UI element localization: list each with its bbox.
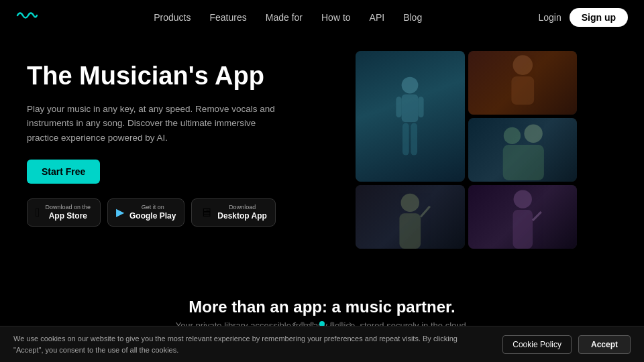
main-section: The Musician's App Play your music in an… (0, 35, 644, 288)
logo[interactable] (16, 8, 38, 27)
photo-3 (468, 118, 578, 182)
photo-2 (468, 51, 578, 115)
svg-point-0 (402, 77, 419, 94)
login-button[interactable]: Login (538, 12, 561, 23)
app-store-line1: Download on the (46, 204, 91, 211)
hero-description: Play your music in any key, at any speed… (27, 102, 282, 145)
photo-4 (356, 185, 465, 249)
svg-rect-4 (402, 123, 409, 155)
hero-photo-grid (356, 51, 577, 252)
svg-rect-10 (502, 145, 543, 180)
store-buttons:  Download on the App Store ▶ Get it on … (27, 198, 335, 226)
google-play-line2: Google Play (129, 211, 176, 221)
start-free-button[interactable]: Start Free (27, 160, 100, 184)
svg-line-13 (421, 206, 430, 217)
svg-rect-2 (396, 97, 402, 117)
nav-item-made-for[interactable]: Made for (266, 11, 303, 23)
app-store-button[interactable]:  Download on the App Store (27, 198, 101, 226)
nav-item-api[interactable]: API (370, 11, 385, 23)
signup-button[interactable]: Sign up (570, 8, 628, 27)
desktop-icon: 🖥 (200, 206, 212, 219)
hero-title: The Musician's App (27, 62, 335, 91)
google-play-line1: Get it on (129, 204, 176, 211)
desktop-line1: Download (217, 204, 267, 211)
photo-1 (356, 51, 465, 182)
desktop-line2: Desktop App (217, 211, 267, 221)
svg-rect-5 (411, 123, 418, 155)
svg-rect-12 (399, 213, 421, 249)
cookie-banner: We use cookies on our website to give yo… (0, 326, 644, 362)
logo-icon (16, 8, 38, 23)
svg-point-6 (513, 55, 533, 75)
app-store-line2: App Store (46, 211, 91, 221)
apple-icon:  (36, 206, 40, 219)
nav-auth: Login Sign up (538, 8, 628, 27)
cookie-text: We use cookies on our website to give yo… (13, 333, 489, 355)
cookie-buttons: Cookie Policy Accept (502, 335, 631, 354)
svg-rect-3 (419, 97, 424, 117)
svg-point-11 (401, 194, 419, 212)
svg-rect-15 (513, 210, 533, 249)
svg-rect-1 (402, 95, 419, 122)
navbar: Products Features Made for How to API Bl… (0, 0, 644, 35)
nav-item-how-to[interactable]: How to (321, 11, 351, 23)
hero-left: The Musician's App Play your music in an… (27, 48, 335, 288)
accept-cookies-button[interactable]: Accept (578, 335, 631, 354)
svg-point-14 (513, 190, 531, 208)
desktop-app-button[interactable]: 🖥 Download Desktop App (191, 198, 276, 226)
svg-line-16 (533, 212, 541, 221)
svg-point-9 (524, 125, 542, 143)
nav-item-products[interactable]: Products (154, 11, 191, 23)
google-play-icon: ▶ (116, 207, 124, 218)
svg-rect-7 (511, 76, 534, 105)
svg-point-8 (503, 127, 520, 144)
nav-item-features[interactable]: Features (209, 11, 246, 23)
photo-5 (468, 185, 578, 249)
cookie-policy-button[interactable]: Cookie Policy (502, 335, 572, 354)
nav-item-blog[interactable]: Blog (403, 11, 422, 23)
google-play-button[interactable]: ▶ Get it on Google Play (107, 198, 184, 226)
nav-links: Products Features Made for How to API Bl… (154, 11, 422, 23)
